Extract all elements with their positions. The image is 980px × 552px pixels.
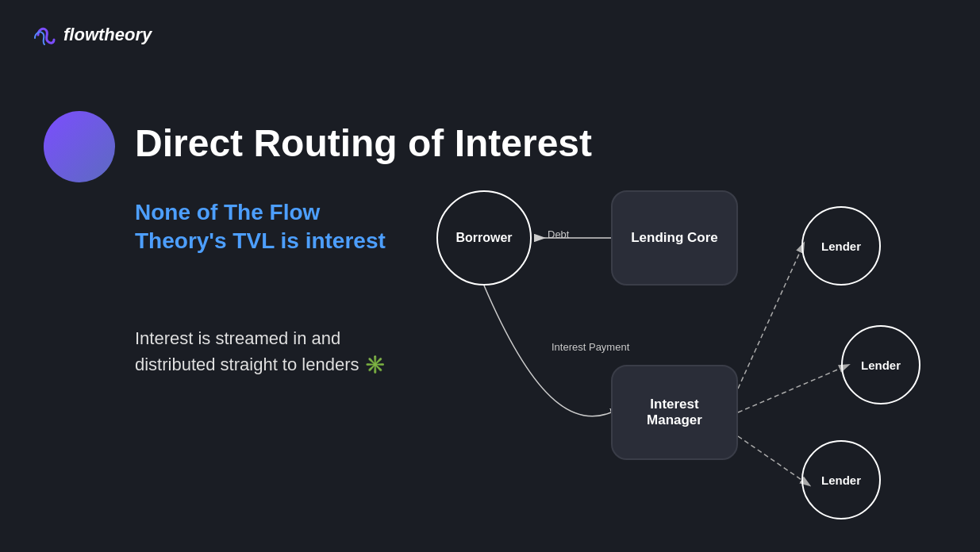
logo: flowtheory <box>32 22 152 48</box>
body-text: Interest is streamed in and distributed … <box>135 325 389 378</box>
diagram: Borrower Debt Lending Core Interest Paym… <box>389 159 944 508</box>
borrower-label: Borrower <box>455 231 512 245</box>
lending-core-label: Lending Core <box>631 230 718 246</box>
svg-line-5 <box>738 369 840 412</box>
borrower-node: Borrower <box>436 190 532 286</box>
lender-mid-label: Lender <box>861 358 901 372</box>
sparkle-emoji: ✳️ <box>364 351 386 378</box>
lender-bot-label: Lender <box>821 473 861 487</box>
decorative-circle <box>44 111 115 182</box>
body-text-content: Interest is streamed in and distributed … <box>135 328 359 374</box>
interest-payment-label: Interest Payment <box>551 341 629 353</box>
interest-manager-node: Interest Manager <box>611 365 738 460</box>
lender-top-node: Lender <box>801 206 881 286</box>
svg-line-6 <box>738 436 801 480</box>
lender-bot-node: Lender <box>801 440 881 519</box>
subtitle-text: None of The Flow Theory's TVL is interes… <box>135 198 389 256</box>
lending-core-node: Lending Core <box>611 190 738 286</box>
lender-mid-node: Lender <box>841 325 920 404</box>
logo-icon <box>32 22 57 48</box>
logo-text: flowtheory <box>63 25 152 45</box>
lender-top-label: Lender <box>821 240 861 253</box>
svg-line-4 <box>738 252 800 389</box>
interest-manager-label: Interest Manager <box>647 397 702 428</box>
debt-label: Debt <box>548 228 569 240</box>
